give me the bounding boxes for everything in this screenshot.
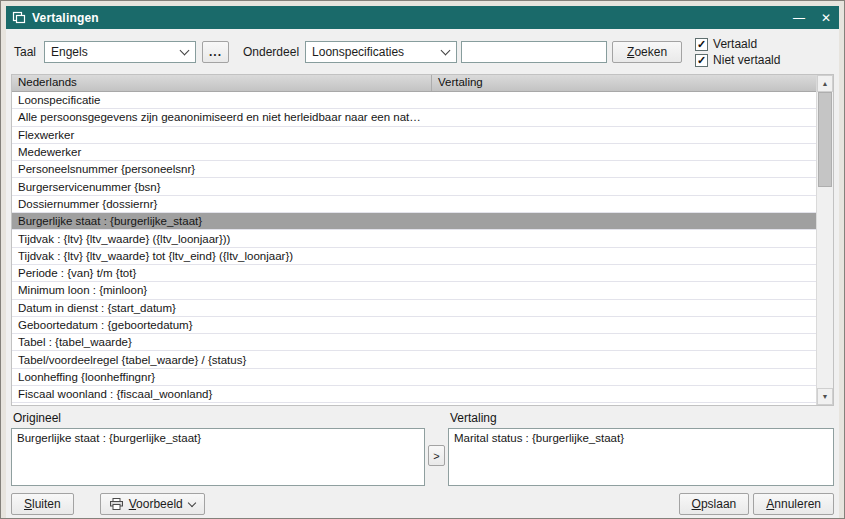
table-row[interactable]: Tijdvak : {ltv} {ltv_waarde} tot {ltv_ei…	[12, 248, 816, 265]
cell-nederlands[interactable]: Fiscaal woonland : {fiscaal_woonland}	[12, 388, 432, 400]
preview-label: Voorbeeld	[129, 497, 183, 511]
checkbox-checked-icon[interactable]: ✓	[695, 54, 708, 67]
search-button[interactable]: Zoeken	[612, 41, 682, 63]
toolbar: Taal Engels ... Onderdeel Loonspecificat…	[9, 29, 836, 72]
table-row[interactable]: Flexwerker	[12, 127, 816, 144]
preview-button[interactable]: Voorbeeld	[100, 493, 205, 515]
cell-nederlands[interactable]: Minimum loon : {minloon}	[12, 284, 432, 296]
checkbox-checked-icon[interactable]: ✓	[695, 38, 708, 51]
cell-nederlands[interactable]: Alle persoonsgegevens zijn geanonimiseer…	[12, 111, 432, 123]
table-row[interactable]: Loonheffing {loonheffingnr}	[12, 369, 816, 386]
scroll-thumb[interactable]	[818, 92, 832, 187]
translation-table: Nederlands Vertaling LoonspecificatieAll…	[11, 74, 834, 406]
printer-icon	[110, 498, 123, 510]
footer: Sluiten Voorbeeld Opslaan Annuleren	[11, 493, 834, 515]
table-row[interactable]: Burgerlijke staat : {burgerlijke_staat}	[12, 213, 816, 230]
cell-nederlands[interactable]: Burgerservicenummer {bsn}	[12, 181, 432, 193]
minimize-button[interactable]: —	[793, 12, 805, 24]
table-row[interactable]: Tabel : {tabel_waarde}	[12, 334, 816, 351]
table-row[interactable]: Loonspecificatie	[12, 92, 816, 109]
section-select[interactable]: Loonspecificaties	[305, 41, 457, 63]
cell-nederlands[interactable]: Geboortedatum : {geboortedatum}	[12, 319, 432, 331]
filter-checkboxes: ✓ Vertaald ✓ Niet vertaald	[695, 37, 780, 67]
table-row[interactable]: Fiscaal woonland : {fiscaal_woonland}	[12, 386, 816, 403]
table-row[interactable]: Dossiernummer {dossiernr}	[12, 196, 816, 213]
table-row[interactable]: Tijdvak : {ltv} {ltv_waarde} ({ltv_loonj…	[12, 230, 816, 247]
language-select[interactable]: Engels	[44, 41, 196, 63]
column-header-nederlands[interactable]: Nederlands	[12, 75, 432, 91]
chevron-down-icon	[441, 46, 451, 56]
window-icon	[12, 11, 26, 24]
copy-translation-button[interactable]: >	[428, 445, 445, 466]
chevron-down-icon	[188, 499, 196, 507]
checkbox-label: Niet vertaald	[713, 53, 780, 67]
language-select-value: Engels	[51, 45, 88, 59]
table-row[interactable]: Geboortedatum : {geboortedatum}	[12, 317, 816, 334]
checkbox-niet-vertaald[interactable]: ✓ Niet vertaald	[695, 53, 780, 67]
cell-nederlands[interactable]: Personeelsnummer {personeelsnr}	[12, 163, 432, 175]
cell-nederlands[interactable]: Periode : {van} t/m {tot}	[12, 267, 432, 279]
section-label: Onderdeel	[243, 45, 299, 59]
cancel-button[interactable]: Annuleren	[753, 493, 834, 515]
cell-nederlands[interactable]: Medewerker	[12, 146, 432, 158]
translation-label: Vertaling	[450, 411, 834, 425]
cell-nederlands[interactable]: Tabel/voordeelregel {tabel_waarde} / {st…	[12, 354, 432, 366]
table-row[interactable]: Datum in dienst : {start_datum}	[12, 300, 816, 317]
table-header: Nederlands Vertaling	[12, 75, 816, 92]
search-button-label: Zoeken	[627, 45, 667, 59]
cell-nederlands[interactable]: Tabel : {tabel_waarde}	[12, 336, 432, 348]
chevron-down-icon	[180, 46, 190, 56]
scroll-up-button[interactable]: ▲	[817, 75, 833, 92]
window-title: Vertalingen	[32, 11, 99, 25]
scroll-down-button[interactable]: ▼	[817, 388, 833, 405]
dialog-content: Taal Engels ... Onderdeel Loonspecificat…	[6, 29, 839, 518]
language-label: Taal	[14, 45, 36, 59]
more-languages-button[interactable]: ...	[202, 41, 229, 63]
table-row[interactable]: Burgerservicenummer {bsn}	[12, 178, 816, 195]
original-textarea[interactable]: Burgerlijke staat : {burgerlijke_staat}	[11, 428, 425, 486]
table-body: LoonspecificatieAlle persoonsgegevens zi…	[12, 92, 816, 405]
cell-nederlands[interactable]: Datum in dienst : {start_datum}	[12, 302, 432, 314]
column-header-vertaling[interactable]: Vertaling	[432, 75, 816, 91]
cell-nederlands[interactable]: Tijdvak : {ltv} {ltv_waarde} tot {ltv_ei…	[12, 250, 432, 262]
table-row[interactable]: Medewerker	[12, 144, 816, 161]
cell-nederlands[interactable]: Loonheffing {loonheffingnr}	[12, 371, 432, 383]
table-row[interactable]: Tabel/voordeelregel {tabel_waarde} / {st…	[12, 351, 816, 368]
cell-nederlands[interactable]: Loonspecificatie	[12, 94, 432, 106]
cell-nederlands[interactable]: Flexwerker	[12, 129, 432, 141]
cell-nederlands[interactable]: Dossiernummer {dossiernr}	[12, 198, 432, 210]
table-row[interactable]: Personeelsnummer {personeelsnr}	[12, 161, 816, 178]
editor: Origineel Burgerlijke staat : {burgerlij…	[11, 411, 834, 486]
titlebar: Vertalingen — ✕	[6, 6, 839, 29]
section-select-value: Loonspecificaties	[312, 45, 404, 59]
table-row[interactable]: Periode : {van} t/m {tot}	[12, 265, 816, 282]
close-dialog-button[interactable]: Sluiten	[11, 493, 74, 515]
table-row[interactable]: Alle persoonsgegevens zijn geanonimiseer…	[12, 109, 816, 126]
scrollbar[interactable]: ▲ ▼	[816, 75, 833, 405]
cell-nederlands[interactable]: Burgerlijke staat : {burgerlijke_staat}	[12, 215, 432, 227]
search-input[interactable]	[461, 41, 607, 63]
close-button[interactable]: ✕	[821, 12, 831, 24]
copy-arrow-icon: >	[433, 450, 439, 462]
cancel-label: Annuleren	[766, 497, 821, 511]
translation-textarea[interactable]: Marital status : {burgerlijke_staat}	[448, 428, 834, 486]
checkbox-label: Vertaald	[713, 37, 757, 51]
table-row[interactable]: Minimum loon : {minloon}	[12, 282, 816, 299]
save-label: Opslaan	[692, 497, 737, 511]
cell-nederlands[interactable]: Tijdvak : {ltv} {ltv_waarde} ({ltv_loonj…	[12, 233, 432, 245]
close-dialog-label: Sluiten	[24, 497, 61, 511]
checkbox-vertaald[interactable]: ✓ Vertaald	[695, 37, 780, 51]
scroll-track[interactable]	[817, 92, 833, 388]
window-frame: Vertalingen — ✕ Taal Engels ... Onderdee…	[0, 0, 845, 519]
save-button[interactable]: Opslaan	[679, 493, 750, 515]
original-label: Origineel	[13, 411, 425, 425]
